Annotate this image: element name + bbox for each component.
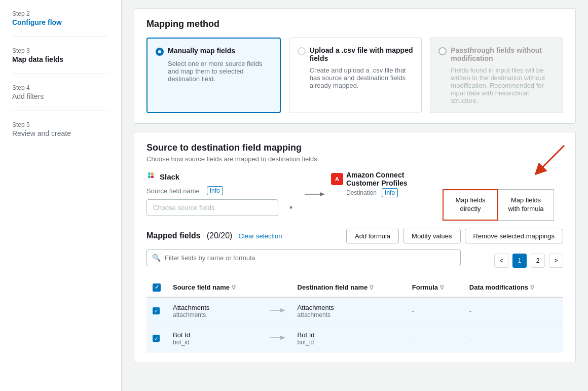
mapping-option-manual[interactable]: Manually map fields Select one or more s… <box>146 38 281 113</box>
source-dest-subtitle: Choose how source fields are mapped to d… <box>146 155 563 163</box>
row1-dest-sub: attachments <box>298 311 400 318</box>
dest-sub: Destination Info <box>346 189 443 196</box>
step-2-number: Step 2 <box>12 10 109 17</box>
map-directly-button[interactable]: Map fields directly <box>443 189 498 221</box>
step-5-label: Review and create <box>12 129 109 137</box>
step-3-number: Step 3 <box>12 47 109 54</box>
sidebar-step-3: Step 3 Map data fields <box>12 47 109 74</box>
row1-arrow-icon <box>270 307 285 313</box>
modify-values-button[interactable]: Modify values <box>403 229 460 243</box>
col-source-label: Source field name <box>173 283 230 291</box>
mapped-actions: Add formula Modify values Remove selecte… <box>346 229 563 243</box>
row2-data-mod-cell: - <box>463 325 563 352</box>
col-data-mod: Data modifications ▽ <box>463 278 563 297</box>
source-select[interactable]: Choose source fields <box>146 199 278 216</box>
select-all-checkbox[interactable]: ✓ <box>153 283 161 292</box>
amazon-connect-icon: A <box>331 173 343 185</box>
dest-name-line1: Amazon Connect <box>346 171 408 179</box>
sidebar-step-4: Step 4 Add filters <box>12 84 109 111</box>
search-wrap: 🔍 <box>146 250 461 266</box>
step-2-label[interactable]: Configure flow <box>12 18 109 26</box>
row1-source-sub: attachments <box>173 311 258 318</box>
next-page-button[interactable]: > <box>549 254 563 268</box>
option-manual-label: Manually map fields <box>168 47 235 55</box>
col-source-field: Source field name ▽ <box>167 278 264 297</box>
mapping-method-title: Mapping method <box>146 19 563 29</box>
row1-arrow-cell <box>264 297 291 325</box>
col-dest-field: Destination field name ▽ <box>291 278 406 297</box>
mapped-fields-count: (20/20) <box>207 231 233 240</box>
dest-info-badge[interactable]: Info <box>382 188 398 197</box>
option-passthrough-desc: Fields found in input files will be writ… <box>451 66 555 104</box>
source-panel: Slack Source field name Info Choose sour… <box>146 171 299 216</box>
sort-source-icon[interactable]: ▽ <box>232 285 236 290</box>
dest-name-line2: Customer Profiles <box>346 179 408 187</box>
sort-dest-icon[interactable]: ▽ <box>370 285 374 290</box>
row2-source-name: Bot Id <box>173 331 258 339</box>
row2-dest-sub: bot_id <box>298 339 400 346</box>
dest-panel: A Amazon Connect Customer Profiles Desti… <box>331 171 443 196</box>
sidebar-step-2: Step 2 Configure flow <box>12 10 109 37</box>
radio-csv[interactable] <box>298 47 306 55</box>
col-formula-label: Formula <box>412 283 438 291</box>
option-passthrough-label: Passthrough fields without modification <box>451 46 555 62</box>
sidebar: Step 2 Configure flow Step 3 Map data fi… <box>0 0 122 391</box>
table-row: ✓ Attachments attachments <box>146 297 563 325</box>
clear-selection-link[interactable]: Clear selection <box>238 232 282 240</box>
row1-dest-name: Attachments <box>298 304 400 311</box>
dest-header: A Amazon Connect Customer Profiles <box>331 171 443 187</box>
page-1-button[interactable]: 1 <box>512 254 527 268</box>
source-dest-title: Source to destination field mapping <box>146 143 563 153</box>
step-3-label: Map data fields <box>12 55 109 63</box>
source-info-badge[interactable]: Info <box>207 186 223 195</box>
page-2-button[interactable]: 2 <box>531 254 545 268</box>
table-row: ✓ Bot Id bot_id <box>146 325 563 352</box>
row2-dest-name: Bot Id <box>298 331 400 339</box>
row1-checkbox[interactable]: ✓ <box>153 307 160 314</box>
sort-formula-icon[interactable]: ▽ <box>440 285 444 290</box>
connector-arrow <box>299 171 331 197</box>
step-5-number: Step 5 <box>12 121 109 128</box>
prev-page-button[interactable]: < <box>494 254 508 268</box>
row1-source-cell: Attachments attachments <box>167 297 264 325</box>
svg-rect-2 <box>151 172 154 175</box>
svg-marker-5 <box>320 192 325 196</box>
map-buttons: Map fields directly Map fields with form… <box>443 171 554 221</box>
step-4-label: Add filters <box>12 92 109 100</box>
mapping-option-passthrough: Passthrough fields without modification … <box>430 38 563 113</box>
row2-source-cell: Bot Id bot_id <box>167 325 264 352</box>
row2-arrow-cell <box>264 325 291 352</box>
row2-checkbox-cell: ✓ <box>146 325 167 352</box>
dest-field-label: Destination <box>346 189 377 196</box>
mapped-fields-header: Mapped fields (20/20) Clear selection Ad… <box>146 229 563 243</box>
select-arrow-icon: ▼ <box>288 205 293 210</box>
row1-data-mod-cell: - <box>463 297 563 325</box>
search-icon: 🔍 <box>152 254 161 262</box>
sort-data-mod-icon[interactable]: ▽ <box>530 285 534 290</box>
svg-rect-1 <box>148 175 151 178</box>
mapping-options: Manually map fields Select one or more s… <box>146 38 563 113</box>
col-data-mod-label: Data modifications <box>469 283 528 291</box>
row1-formula-cell: - <box>406 297 463 325</box>
remove-mappings-button[interactable]: Remove selected mappings <box>465 229 563 243</box>
flow-arrow-icon <box>305 191 325 197</box>
map-formula-button[interactable]: Map fields with formula <box>498 189 554 221</box>
row2-checkbox[interactable]: ✓ <box>153 335 160 342</box>
pagination-wrap: < 1 2 > <box>494 254 563 268</box>
radio-manual[interactable] <box>156 48 164 56</box>
slack-name: Slack <box>160 172 179 181</box>
add-formula-button[interactable]: Add formula <box>346 229 399 243</box>
row1-checkbox-cell: ✓ <box>146 297 167 325</box>
search-input[interactable] <box>165 250 455 266</box>
option-csv-label: Upload a .csv file with mapped fields <box>310 46 414 62</box>
row1-source-name: Attachments <box>173 304 258 311</box>
svg-marker-9 <box>280 308 285 312</box>
row1-dest-cell: Attachments attachments <box>291 297 406 325</box>
col-dest-label: Destination field name <box>298 283 368 291</box>
source-select-wrap: Choose source fields ▼ <box>146 199 299 216</box>
table-header-row: ✓ Source field name ▽ Destination field … <box>146 278 563 297</box>
svg-rect-0 <box>148 172 151 175</box>
slack-icon <box>146 171 158 182</box>
source-field-label: Source field name <box>146 187 200 195</box>
mapping-option-csv[interactable]: Upload a .csv file with mapped fields Cr… <box>289 38 422 113</box>
